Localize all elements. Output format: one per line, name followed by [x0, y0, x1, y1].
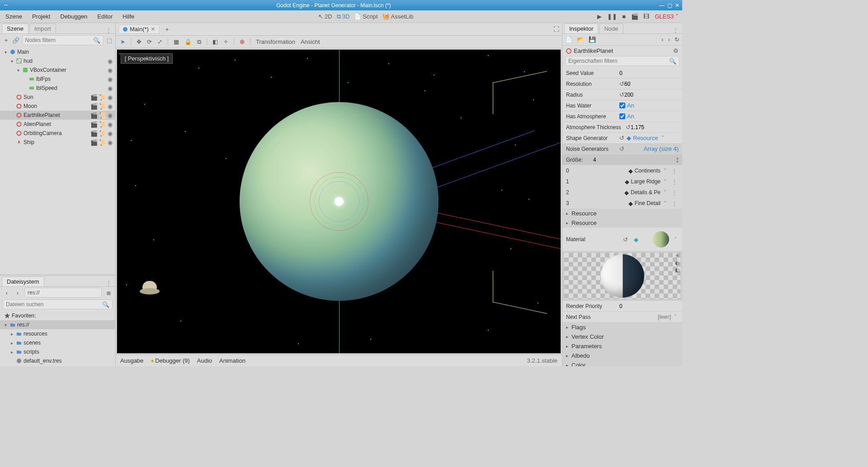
fs-filter[interactable]: 🔍	[3, 299, 113, 309]
tree-node-lblspeed[interactable]: lblSpeed ◉	[0, 84, 115, 93]
prop-noise-generators[interactable]: Noise Generators ↺ Array (size 4)	[562, 144, 682, 154]
stop-button[interactable]: ■	[622, 13, 626, 20]
save-resource-icon[interactable]: 💾	[589, 36, 596, 43]
history-fwd-icon[interactable]: ›	[668, 36, 670, 43]
instance-icon[interactable]: 🎬	[90, 94, 98, 101]
reset-icon[interactable]: ↺	[619, 135, 627, 141]
expand-icon[interactable]: ▸	[9, 332, 14, 336]
seed-input[interactable]	[619, 70, 682, 76]
inspector-filter[interactable]: 🔍	[565, 56, 679, 66]
scene-file-tab-main[interactable]: Main(*) ✕	[118, 24, 160, 34]
material-preview-small[interactable]	[653, 231, 669, 248]
bottom-output[interactable]: Ausgabe	[120, 357, 143, 364]
expand-icon[interactable]: ▾	[3, 322, 8, 327]
fs-view-icon[interactable]: ≣	[104, 289, 113, 297]
dock-options-icon[interactable]: ⋮	[104, 27, 113, 33]
prop-shape-generator[interactable]: Shape Generator ↺ ◆ Resource˅	[562, 133, 682, 144]
tree-node-moon[interactable]: Moon 🎬📜◉	[0, 102, 115, 111]
fs-item-scripts[interactable]: ▸ scripts	[0, 347, 115, 356]
preview-cube-icon[interactable]: ◧	[674, 267, 680, 274]
menu-help[interactable]: Hilfe	[121, 12, 136, 21]
chevron-down-icon[interactable]: ˅	[673, 236, 679, 243]
reset-icon[interactable]: ↺	[619, 80, 624, 87]
instance-icon[interactable]: 🎬	[90, 130, 98, 137]
visibility-icon[interactable]: ◉	[108, 67, 113, 74]
visibility-icon[interactable]: ◉	[108, 76, 113, 83]
prop-has-water[interactable]: Has Water An	[562, 100, 682, 111]
chevron-down-icon[interactable]: ˅	[662, 178, 668, 185]
array-size-row[interactable]: Größe: ▴▾	[562, 154, 682, 165]
visibility-icon[interactable]: ◉	[108, 58, 113, 65]
lock-icon[interactable]: 🔒	[184, 37, 193, 46]
tree-node-sun[interactable]: Sun 🎬📜◉	[0, 93, 115, 102]
scene-tree[interactable]: ▾ Main ▾ hud ◉ ▾ VBoxContainer ◉ lblFps …	[0, 47, 115, 274]
new-resource-icon[interactable]: 📄	[565, 36, 572, 43]
noise-item-3[interactable]: 3 ◆ Fine Detail ˅ ⋮	[562, 198, 682, 209]
preview-sun-icon[interactable]: ☀	[674, 253, 680, 259]
noise-item-0[interactable]: 0 ◆ Continents ˅ ⋮	[562, 165, 682, 176]
scene-filter[interactable]: 🔍	[22, 35, 104, 45]
chevron-down-icon[interactable]: ˅	[673, 313, 679, 320]
fs-dock-options-icon[interactable]: ⋮	[104, 280, 113, 286]
switch-2d[interactable]: ↖ 2D	[318, 13, 332, 20]
script-icon[interactable]: 📜	[99, 112, 106, 119]
reset-icon[interactable]: ↺	[626, 124, 631, 131]
visibility-icon[interactable]: ◉	[108, 85, 113, 92]
play-button[interactable]: ▶	[597, 13, 602, 20]
section-albedo[interactable]: ▸Albedo	[562, 351, 682, 360]
array-size-input[interactable]	[593, 157, 675, 163]
prop-material[interactable]: Material ↺ ◆ ˅	[562, 228, 682, 251]
resolution-input[interactable]	[624, 81, 682, 87]
visibility-icon[interactable]: ◉	[108, 103, 113, 110]
expand-icon[interactable]: ▾	[9, 59, 14, 64]
script-icon[interactable]: 📜	[99, 130, 106, 137]
history-back-icon[interactable]: ‹	[661, 36, 663, 43]
script-icon[interactable]: 📜	[99, 139, 106, 146]
play-scene-button[interactable]: 🎬	[631, 13, 638, 20]
noise-item-1[interactable]: 1 ◆ Large Ridge ˅ ⋮	[562, 176, 682, 187]
tree-node-ship[interactable]: Ship 🎬📜◉	[0, 138, 115, 147]
tree-node-alienplanet[interactable]: AlienPlanet 🎬📜◉	[0, 120, 115, 129]
expand-icon[interactable]: ▾	[3, 50, 8, 55]
window-close-icon[interactable]: ✕	[675, 2, 679, 9]
prop-has-atmosphere[interactable]: Has Atmosphere An	[562, 111, 682, 122]
bottom-debugger[interactable]: ●Debugger (9)	[151, 357, 189, 364]
has-atmo-checkbox[interactable]	[619, 113, 625, 119]
distraction-free-icon[interactable]: ⛶	[553, 26, 559, 33]
preview-env-icon[interactable]: ◐	[674, 260, 680, 266]
chevron-down-icon[interactable]: ˅	[662, 200, 668, 207]
tree-node-hud[interactable]: ▾ hud ◉	[0, 56, 115, 65]
visibility-icon[interactable]: ◉	[108, 112, 113, 119]
filesystem-tree[interactable]: Favoriten: ▾ res:// ▸ resources ▸ scenes…	[0, 310, 115, 366]
cube-icon[interactable]: ◧	[212, 37, 219, 46]
select-tool-icon[interactable]: ➤	[119, 37, 126, 46]
fs-item-resources[interactable]: ▸ resources	[0, 329, 115, 338]
instance-icon[interactable]: 🎬	[90, 112, 98, 119]
prop-seed[interactable]: Seed Value ▴▾	[562, 68, 682, 79]
bottom-audio[interactable]: Audio	[197, 357, 212, 364]
radius-input[interactable]	[624, 92, 682, 98]
visibility-icon[interactable]: ◉	[108, 121, 113, 128]
more-icon[interactable]: ⋮	[670, 189, 679, 196]
expand-icon[interactable]: ▸	[9, 341, 14, 346]
pause-button[interactable]: ❚❚	[607, 13, 617, 20]
camera-override-icon[interactable]: ✧	[222, 37, 229, 46]
tree-node-orbitingcamera[interactable]: OrbitingCamera 🎬📜◉	[0, 129, 115, 138]
visibility-icon[interactable]: ◉	[108, 139, 113, 146]
reset-icon[interactable]: ↺	[619, 145, 627, 152]
play-custom-button[interactable]: 🎞	[643, 13, 649, 20]
fs-item-res[interactable]: ▾ res://	[0, 320, 115, 329]
tab-import[interactable]: Import	[29, 23, 56, 33]
renderer-select[interactable]: GLES3 ˅	[655, 13, 679, 20]
fs-favorites[interactable]: Favoriten:	[0, 311, 115, 320]
more-icon[interactable]: ⋮	[670, 178, 679, 185]
chevron-down-icon[interactable]: ˅	[662, 189, 668, 196]
3d-viewport[interactable]: [ Perspektivisch ]	[117, 49, 561, 354]
fs-item-defaultenvtres[interactable]: default_env.tres	[0, 356, 115, 365]
fs-back-icon[interactable]: ‹	[3, 289, 11, 297]
tab-inspector[interactable]: Inspektor	[564, 23, 598, 33]
atmo-thick-input[interactable]	[631, 124, 682, 131]
open-resource-icon[interactable]: 📂	[577, 36, 584, 43]
menu-debug[interactable]: Debuggen	[58, 12, 89, 21]
chevron-down-icon[interactable]: ˅	[660, 135, 666, 141]
